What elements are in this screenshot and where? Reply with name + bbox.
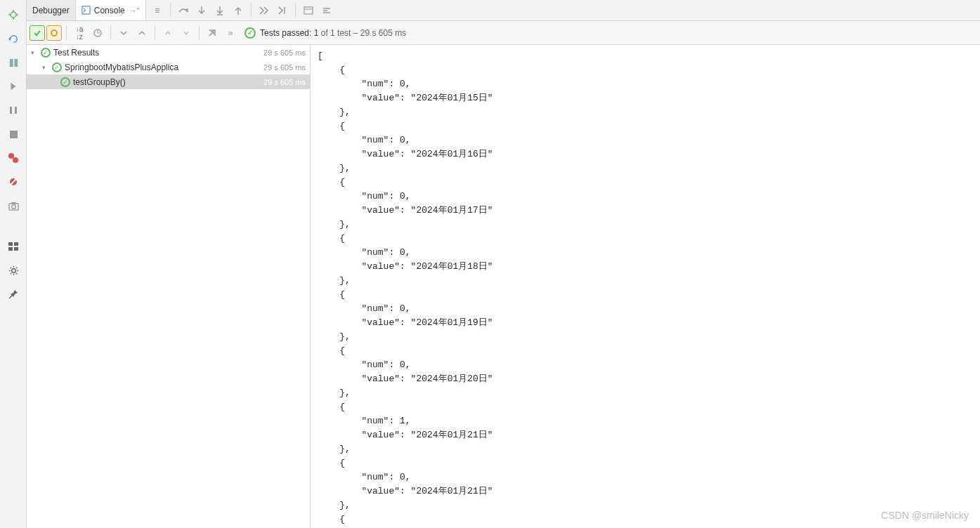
top-tabs: Debugger Console →" ≡	[27, 0, 980, 21]
tab-debugger[interactable]: Debugger	[27, 0, 76, 20]
svg-rect-20	[14, 242, 18, 246]
prev-failed-icon[interactable]	[159, 25, 176, 41]
tree-test-time: 29 s 605 ms	[263, 78, 310, 86]
content-row: ▾ ✓ Test Results 29 s 605 ms ▾ ✓ Springb…	[27, 45, 980, 528]
chevron-down-icon: ▾	[42, 64, 52, 71]
camera-icon[interactable]	[0, 194, 27, 218]
tests-status: ✓ Tests passed: 1 of 1 test – 29 s 605 m…	[244, 27, 406, 39]
pass-check-icon: ✓	[52, 62, 62, 72]
rerun-icon[interactable]	[0, 27, 27, 51]
tree-root[interactable]: ▾ ✓ Test Results 29 s 605 ms	[27, 45, 310, 60]
bug-icon[interactable]	[0, 3, 27, 27]
tree-suite[interactable]: ▾ ✓ SpringbootMybatisPlusApplica 29 s 60…	[27, 60, 310, 74]
svg-point-36	[51, 30, 57, 36]
breakpoint-icon[interactable]	[0, 146, 27, 170]
step-into-icon[interactable]	[193, 2, 210, 19]
tree-root-label: Test Results	[53, 48, 263, 58]
expand-all-icon[interactable]	[115, 25, 132, 41]
main-area: Debugger Console →" ≡	[27, 0, 980, 528]
svg-rect-22	[14, 247, 18, 251]
svg-point-13	[13, 157, 18, 163]
collapse-all-icon[interactable]	[133, 25, 150, 41]
svg-rect-19	[8, 242, 13, 246]
svg-point-12	[8, 153, 14, 159]
step-out-icon[interactable]	[230, 2, 247, 19]
svg-marker-5	[8, 37, 11, 41]
tab-pin-icon: →"	[129, 6, 140, 15]
tests-toolbar: ↓a↓z » ✓ Tests passed: 1 of 1 test – 29 …	[27, 21, 980, 45]
more-icon[interactable]: »	[222, 25, 239, 41]
tab-console[interactable]: Console →"	[76, 0, 146, 20]
sort-alpha-icon[interactable]: ↓a↓z	[71, 25, 88, 41]
test-tree-panel: ▾ ✓ Test Results 29 s 605 ms ▾ ✓ Springb…	[27, 45, 311, 528]
toggle-view-icon[interactable]	[0, 51, 27, 74]
next-failed-icon[interactable]	[178, 25, 195, 41]
svg-rect-18	[11, 202, 15, 204]
tree-test-label: testGroupBy()	[73, 77, 263, 87]
tree-suite-time: 29 s 605 ms	[263, 63, 310, 72]
evaluate-icon[interactable]	[300, 2, 317, 19]
tab-debugger-label: Debugger	[32, 6, 70, 15]
run-to-cursor-icon[interactable]	[274, 2, 291, 19]
svg-rect-10	[15, 107, 17, 114]
step-over-icon[interactable]	[175, 2, 192, 19]
svg-rect-21	[8, 247, 13, 251]
pass-check-icon: ✓	[60, 77, 70, 87]
trace-icon[interactable]	[318, 2, 335, 19]
pass-check-icon: ✓	[41, 48, 51, 58]
align-icon[interactable]: ≡	[149, 2, 166, 19]
sort-duration-icon[interactable]	[89, 25, 106, 41]
show-passed-button[interactable]	[30, 25, 45, 41]
import-icon[interactable]	[204, 25, 221, 41]
tree-test[interactable]: ✓ testGroupBy() 29 s 605 ms	[27, 74, 310, 89]
status-check-icon: ✓	[244, 27, 256, 39]
settings-icon[interactable]	[0, 258, 27, 282]
mute-icon[interactable]	[0, 170, 27, 194]
svg-rect-25	[82, 6, 90, 14]
svg-rect-11	[10, 131, 18, 138]
svg-point-23	[11, 268, 15, 272]
svg-rect-7	[14, 58, 18, 66]
tab-console-label: Console	[94, 6, 125, 15]
pin-icon[interactable]	[0, 282, 27, 306]
show-ignored-button[interactable]	[46, 25, 62, 41]
force-step-into-icon[interactable]	[211, 2, 228, 19]
console-output[interactable]: [ { "num": 0, "value": "2024年01月15日" }, …	[311, 45, 980, 528]
left-tool-rail	[0, 0, 27, 528]
stop-icon[interactable]	[0, 122, 27, 146]
top-toolbar: ≡	[146, 0, 338, 20]
step-icon[interactable]	[0, 74, 27, 98]
svg-rect-6	[9, 58, 13, 66]
svg-rect-31	[304, 7, 313, 14]
svg-point-0	[11, 12, 16, 18]
svg-rect-9	[10, 107, 12, 114]
tree-root-time: 29 s 605 ms	[263, 48, 310, 57]
svg-point-17	[11, 204, 15, 209]
console-icon	[81, 6, 91, 15]
svg-line-40	[209, 32, 214, 36]
pause-icon[interactable]	[0, 98, 27, 122]
status-text: Tests passed: 1 of 1 test – 29 s 605 ms	[260, 28, 406, 38]
chevron-down-icon: ▾	[31, 49, 41, 56]
svg-marker-8	[11, 83, 16, 91]
svg-line-24	[9, 296, 12, 298]
layout-icon[interactable]	[0, 235, 27, 258]
tree-suite-label: SpringbootMybatisPlusApplica	[65, 62, 263, 72]
drop-frame-icon[interactable]	[256, 2, 273, 19]
